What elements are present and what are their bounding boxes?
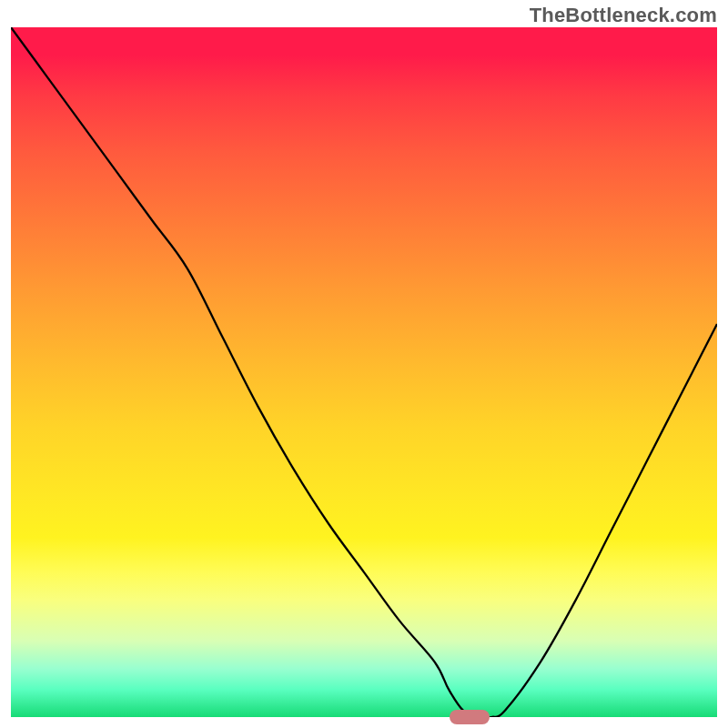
bottleneck-chart: TheBottleneck.com: [0, 0, 728, 728]
bottleneck-curve-path: [11, 27, 717, 717]
chart-line-layer: [11, 27, 717, 717]
watermark-text: TheBottleneck.com: [530, 4, 717, 27]
optimum-marker: [450, 710, 490, 724]
